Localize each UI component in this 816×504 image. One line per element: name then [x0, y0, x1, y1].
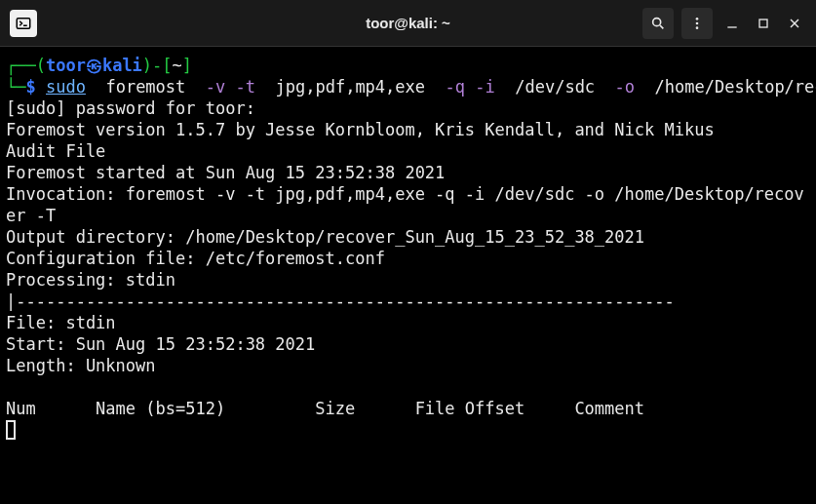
cmd-types: jpg,pdf,mp4,exe — [276, 77, 426, 97]
menu-button[interactable] — [681, 8, 713, 39]
output-line: Start: Sun Aug 15 23:52:38 2021 — [6, 333, 810, 355]
output-line: Num Name (bs=512) Size File Offset Comme… — [6, 398, 810, 419]
svg-point-5 — [696, 26, 699, 29]
cmd-flag-o: -o — [615, 77, 635, 97]
output-line: Foremost version 1.5.7 by Jesse Kornbloo… — [6, 119, 810, 140]
cmd-input: /dev/sdc — [515, 77, 595, 97]
titlebar-left — [10, 10, 37, 37]
svg-point-4 — [696, 21, 699, 24]
window-title: toor@kali: ~ — [366, 15, 450, 31]
prompt-line-1: ┌──(toor㉿kali)-[~] — [6, 55, 810, 76]
search-button[interactable] — [642, 8, 674, 39]
output-line: Invocation: foremost -v -t jpg,pdf,mp4,e… — [6, 183, 810, 226]
svg-rect-0 — [17, 18, 30, 28]
prompt-at: ㉿ — [86, 56, 102, 75]
maximize-button[interactable] — [752, 8, 775, 39]
minimize-button[interactable] — [720, 8, 744, 39]
output-line: Length: Unknown — [6, 355, 810, 376]
prompt-open: ┌──( — [6, 56, 46, 75]
output-line: |---------------------------------------… — [6, 291, 810, 312]
output-line: Audit File — [6, 140, 810, 162]
output-line: Output directory: /home/Desktop/recover_… — [6, 226, 810, 248]
output-line: Processing: stdin — [6, 269, 810, 291]
titlebar: toor@kali: ~ — [0, 0, 816, 47]
close-button[interactable] — [783, 8, 806, 39]
svg-rect-7 — [759, 19, 767, 27]
prompt-path: ~ — [173, 56, 182, 75]
cmd-output: /home/Desktop/recover — [655, 77, 816, 97]
cmd-flag-q: -q — [446, 77, 465, 97]
svg-line-2 — [660, 25, 663, 28]
cmd-flag-v: -v — [206, 77, 225, 97]
cmd-sudo: sudo — [46, 77, 86, 97]
output-line: Foremost started at Sun Aug 15 23:52:38 … — [6, 162, 810, 183]
prompt-user: toor — [46, 56, 86, 75]
cursor-line — [6, 419, 810, 441]
prompt-end: ] — [182, 56, 192, 75]
prompt-line-2: └─$ sudo foremost -v -t jpg,pdf,mp4,exe … — [6, 76, 810, 97]
cmd-flag-t: -t — [236, 77, 255, 97]
output-line: File: stdin — [6, 312, 810, 333]
output-line: Configuration file: /etc/foremost.conf — [6, 248, 810, 269]
cmd-program: foremost — [105, 77, 185, 97]
svg-point-1 — [653, 18, 661, 25]
output-line — [6, 376, 810, 398]
cmd-flag-i: -i — [475, 77, 494, 97]
terminal-app-icon[interactable] — [10, 10, 37, 37]
cursor — [6, 420, 16, 440]
terminal-body[interactable]: ┌──(toor㉿kali)-[~] └─$ sudo foremost -v … — [0, 47, 816, 448]
prompt-line2-prefix: └─ — [6, 77, 25, 97]
prompt-symbol: $ — [25, 77, 35, 97]
prompt-close: )-[ — [142, 56, 173, 75]
prompt-host: kali — [102, 56, 142, 75]
output-line: [sudo] password for toor: — [6, 97, 810, 119]
svg-point-3 — [696, 18, 699, 20]
titlebar-right — [642, 8, 806, 39]
